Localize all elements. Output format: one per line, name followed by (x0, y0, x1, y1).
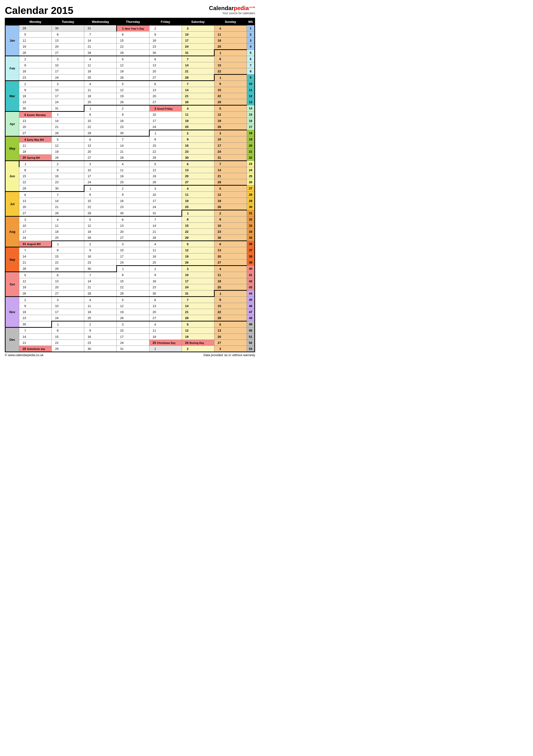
day-cell: 10 (182, 272, 214, 278)
day-cell: 26 (117, 315, 149, 321)
day-cell: 3 (149, 185, 182, 192)
day-cell: 24 (182, 284, 214, 290)
week-number: 36 (247, 241, 255, 247)
day-cell: 6 (52, 272, 84, 278)
day-cell: 8 (149, 136, 182, 143)
day-cell: 17 (182, 278, 214, 284)
day-cell: 24 (149, 124, 182, 130)
day-cell: 5 (117, 56, 149, 62)
day-cell: 29 (149, 155, 182, 161)
week-number: 9 (247, 74, 255, 81)
day-cell: 21 (182, 68, 214, 74)
day-cell: 6 (149, 81, 182, 87)
day-cell: 8 (214, 81, 247, 87)
day-cell: 14 (52, 198, 84, 204)
day-cell: 31 (117, 346, 149, 352)
day-cell: 16 (182, 143, 214, 148)
day-cell: 11 (52, 223, 84, 229)
day-cell: 25 (84, 74, 117, 81)
day-cell: 13 (214, 328, 247, 334)
day-cell: 30 (117, 210, 149, 216)
day-cell: 13 (182, 167, 214, 173)
week-number: 34 (247, 229, 255, 235)
day-cell: 24 (149, 204, 182, 210)
day-cell: 17 (214, 143, 247, 148)
brand-block: Calendarpedia.co.uk Your source for cale… (209, 5, 255, 15)
day-cell: 26 (117, 74, 149, 81)
week-number: 1 (247, 25, 255, 32)
day-cell: 15 (182, 223, 214, 229)
day-cell: 29 (19, 25, 52, 32)
day-cell: 7 (84, 272, 117, 278)
day-cell: 10 (52, 303, 84, 309)
week-number: 30 (247, 204, 255, 210)
day-cell: 23 (182, 148, 214, 155)
day-cell: 31 (149, 210, 182, 216)
day-cell: 5 (19, 272, 52, 278)
day-cell: 17 (117, 254, 149, 259)
day-cell: 14 (84, 278, 117, 284)
day-cell: 31 (52, 105, 84, 112)
day-cell: 12 (214, 112, 247, 118)
day-cell: 6 (52, 32, 84, 38)
day-cell: 20 (52, 43, 84, 50)
day-cell: 27 (214, 340, 247, 346)
day-cell: 15 (117, 38, 149, 43)
day-cell: 7 (19, 247, 52, 254)
day-cell: 16 (19, 68, 52, 74)
day-cell: 7 (117, 136, 149, 143)
day-cell: 1 (149, 130, 182, 136)
day-cell: 12 (182, 328, 214, 334)
day-cell: 21 (52, 204, 84, 210)
week-number: 13 (247, 99, 255, 105)
day-cell: 8 (214, 297, 247, 303)
day-cell: 15 (52, 334, 84, 340)
day-cell: 7 (84, 32, 117, 38)
day-cell: 3 (214, 346, 247, 352)
week-number: 40 (247, 266, 255, 272)
day-cell: 31August BH (19, 241, 52, 247)
day-cell: 16 (117, 118, 149, 124)
day-cell: 27 (149, 99, 182, 105)
week-number: 27 (247, 185, 255, 192)
day-cell: 30 (182, 155, 214, 161)
day-cell: 19 (19, 284, 52, 290)
day-cell: 15 (84, 118, 117, 124)
day-cell: 20 (149, 309, 182, 315)
day-cell: 15 (52, 254, 84, 259)
week-number: 15 (247, 112, 255, 118)
week-number: 47 (247, 309, 255, 315)
day-cell: 17 (117, 334, 149, 340)
day-cell: 21 (84, 284, 117, 290)
day-cell: 9 (52, 167, 84, 173)
day-cell: 14 (117, 143, 149, 148)
day-cell: 5 (182, 241, 214, 247)
day-cell: 16 (149, 38, 182, 43)
day-cell: 1 (52, 241, 84, 247)
day-cell: 4 (149, 241, 182, 247)
day-cell: 14 (182, 87, 214, 93)
day-cell: 3 (182, 266, 214, 272)
day-cell: 25 (182, 124, 214, 130)
day-cell: 10 (149, 112, 182, 118)
day-cell: 4 (84, 56, 117, 62)
day-cell: 25 (52, 235, 84, 241)
week-number: 37 (247, 247, 255, 254)
day-cell: 13 (19, 118, 52, 124)
month-label: Nov (5, 297, 19, 328)
day-cell: 13 (84, 143, 117, 148)
day-cell: 23 (52, 179, 84, 185)
day-cell: 15 (84, 198, 117, 204)
day-cell: 19 (52, 148, 84, 155)
day-cell: 2 (182, 346, 214, 352)
day-cell: 26Boxing Day (182, 340, 214, 346)
day-cell: 12 (19, 38, 52, 43)
day-cell: 13 (52, 278, 84, 284)
week-number: 45 (247, 297, 255, 303)
day-cell: 16 (19, 93, 52, 99)
day-cell: 17 (149, 198, 182, 204)
month-label: May (5, 136, 19, 161)
day-cell: 23 (117, 124, 149, 130)
day-cell: 1 (117, 266, 149, 272)
day-cell: 30 (84, 266, 117, 272)
